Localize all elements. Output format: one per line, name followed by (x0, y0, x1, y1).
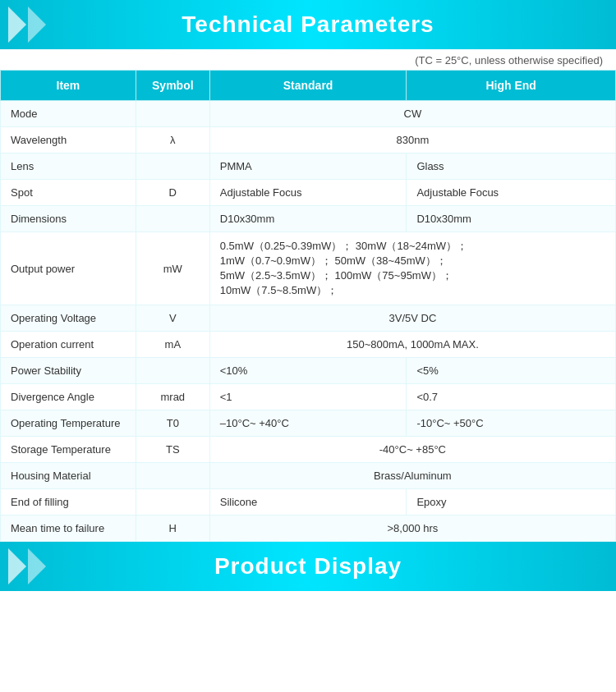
col-header-item: Item (1, 71, 136, 101)
cell-item: Mode (1, 101, 136, 127)
cell-item: Dimensions (1, 206, 136, 232)
col-header-highend: High End (407, 71, 616, 101)
cell-symbol: H (136, 516, 209, 542)
cell-symbol: mA (136, 332, 209, 358)
cell-standard-span: -40°C~ +85°C (209, 437, 615, 463)
cell-item: Power Stability (1, 358, 136, 384)
page-footer: Product Display (0, 542, 616, 591)
footer-title: Product Display (214, 553, 402, 580)
cell-standard-span: >8,000 hrs (209, 516, 615, 542)
cell-highend: Glass (407, 154, 616, 180)
cell-symbol (136, 358, 209, 384)
cell-item: Operation current (1, 332, 136, 358)
cell-standard: PMMA (209, 154, 407, 180)
table-row: Storage TemperatureTS-40°C~ +85°C (1, 437, 616, 463)
cell-item: Lens (1, 154, 136, 180)
table-header-row: Item Symbol Standard High End (1, 71, 616, 101)
header-chevron-icon (8, 7, 46, 43)
cell-symbol (136, 154, 209, 180)
table-row: End of fillingSiliconeEpoxy (1, 489, 616, 516)
cell-standard-span: 0.5mW（0.25~0.39mW）； 30mW（18~24mW）； 1mW（0… (209, 232, 615, 305)
cell-item: Housing Material (1, 463, 136, 489)
subtitle-bar: (TC = 25°C, unless otherwise specified) (0, 49, 616, 70)
cell-item: Wavelength (1, 127, 136, 154)
table-row: Output powermW0.5mW（0.25~0.39mW）； 30mW（1… (1, 232, 616, 305)
subtitle-text: (TC = 25°C, unless otherwise specified) (415, 54, 603, 66)
table-row: LensPMMAGlass (1, 154, 616, 180)
cell-highend: <0.7 (407, 384, 616, 410)
cell-standard: <1 (209, 384, 407, 410)
cell-standard: D10x30mm (209, 206, 407, 232)
cell-highend: Adjustable Focus (407, 180, 616, 206)
cell-item: Operating Voltage (1, 305, 136, 332)
cell-highend: <5% (407, 358, 616, 384)
cell-symbol: D (136, 180, 209, 206)
cell-item: Operating Temperature (1, 410, 136, 437)
cell-standard-span: Brass/Aluminum (209, 463, 615, 489)
cell-symbol (136, 206, 209, 232)
col-header-standard: Standard (209, 71, 407, 101)
cell-symbol: mrad (136, 384, 209, 410)
cell-symbol: mW (136, 232, 209, 305)
params-table: Item Symbol Standard High End ModeCWWave… (0, 70, 616, 542)
table-row: ModeCW (1, 101, 616, 127)
table-row: Mean time to failureH>8,000 hrs (1, 516, 616, 542)
cell-symbol: λ (136, 127, 209, 154)
table-row: Power Stability<10%<5% (1, 358, 616, 384)
cell-highend: Epoxy (407, 489, 616, 516)
table-row: Wavelengthλ830nm (1, 127, 616, 154)
table-row: DimensionsD10x30mmD10x30mm (1, 206, 616, 232)
col-header-symbol: Symbol (136, 71, 209, 101)
table-row: Housing MaterialBrass/Aluminum (1, 463, 616, 489)
cell-item: Storage Temperature (1, 437, 136, 463)
cell-standard-span: CW (209, 101, 615, 127)
cell-item: End of filling (1, 489, 136, 516)
cell-highend: -10°C~ +50°C (407, 410, 616, 437)
cell-standard-span: 830nm (209, 127, 615, 154)
cell-symbol: T0 (136, 410, 209, 437)
cell-standard: –10°C~ +40°C (209, 410, 407, 437)
cell-symbol: TS (136, 437, 209, 463)
cell-item: Divergence Angle (1, 384, 136, 410)
cell-symbol (136, 489, 209, 516)
footer-chevron-icon (8, 548, 46, 584)
table-row: Operation currentmA150~800mA, 1000mA MAX… (1, 332, 616, 358)
table-row: Operating VoltageV3V/5V DC (1, 305, 616, 332)
cell-standard: <10% (209, 358, 407, 384)
cell-symbol (136, 463, 209, 489)
cell-standard-span: 3V/5V DC (209, 305, 615, 332)
cell-standard-span: 150~800mA, 1000mA MAX. (209, 332, 615, 358)
table-row: SpotDAdjustable FocusAdjustable Focus (1, 180, 616, 206)
table-row: Operating TemperatureT0–10°C~ +40°C-10°C… (1, 410, 616, 437)
table-row: Divergence Anglemrad<1<0.7 (1, 384, 616, 410)
cell-item: Output power (1, 232, 136, 305)
cell-highend: D10x30mm (407, 206, 616, 232)
cell-symbol: V (136, 305, 209, 332)
cell-item: Spot (1, 180, 136, 206)
cell-item: Mean time to failure (1, 516, 136, 542)
page-title: Technical Parameters (182, 11, 434, 38)
cell-standard: Silicone (209, 489, 407, 516)
cell-symbol (136, 101, 209, 127)
cell-standard: Adjustable Focus (209, 180, 407, 206)
page-header: Technical Parameters (0, 0, 616, 49)
